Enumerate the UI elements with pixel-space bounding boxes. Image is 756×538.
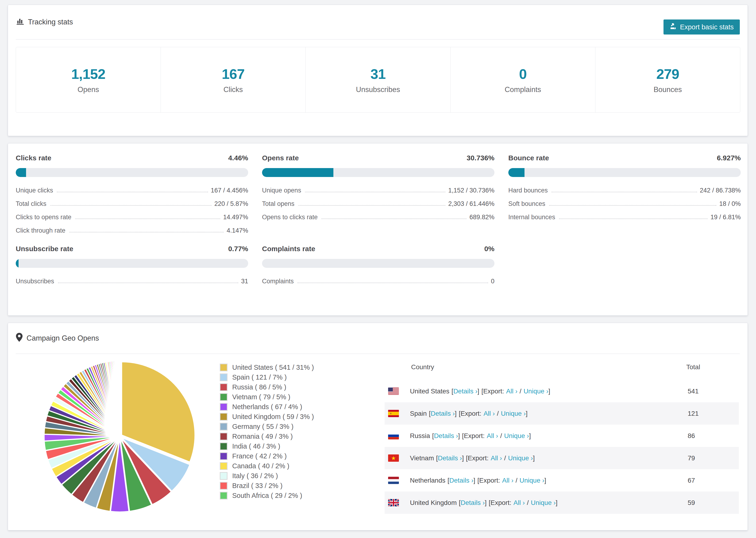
campaign-stats-page: { "tracking": { "title": "Tracking stats… — [0, 0, 756, 538]
export-unique-link[interactable]: Unique › — [519, 477, 544, 484]
metric-row: Complaints0 — [262, 272, 495, 285]
map-pin-icon — [16, 333, 23, 344]
metric-row: Unsubscribes31 — [16, 272, 248, 285]
rate-title: Unsubscribe rate — [16, 245, 73, 253]
legend-swatch — [220, 492, 228, 500]
export-unique-link[interactable]: Unique › — [504, 432, 529, 439]
export-all-link[interactable]: All › — [491, 455, 502, 462]
legend-item: Spain ( 121 / 7% ) — [220, 372, 314, 382]
opens-rate-progressbar — [262, 168, 495, 177]
metric-row: Total opens2,303 / 61.446% — [262, 194, 495, 207]
stats-summary-box: 1,152 Opens 167 Clicks 31 Unsubscribes 0… — [16, 47, 740, 113]
rate-value: 30.736% — [467, 154, 495, 162]
legend-item: South Africa ( 29 / 2% ) — [220, 491, 314, 501]
clicks-rate-block: Clicks rate4.46% Unique clicks167 / 4.45… — [16, 143, 248, 234]
panel-title: Tracking stats — [28, 18, 73, 26]
legend-swatch — [220, 443, 228, 450]
export-all-link[interactable]: All › — [502, 477, 513, 484]
export-all-link[interactable]: All › — [487, 432, 498, 439]
stat-clicks: 167 Clicks — [161, 47, 306, 112]
complaints-rate-block: Complaints rate0% Complaints0 — [262, 234, 495, 285]
stat-label: Complaints — [505, 85, 541, 94]
tracking-stats-title-row: Tracking stats — [16, 17, 73, 27]
export-unique-link[interactable]: Unique › — [531, 499, 556, 506]
header-divider — [16, 39, 740, 40]
pie-legend: United States ( 541 / 31% ) Spain ( 121 … — [220, 362, 314, 501]
export-unique-link[interactable]: Unique › — [523, 388, 549, 395]
metric-row: Internal bounces19 / 6.81% — [508, 207, 741, 221]
rate-value: 6.927% — [717, 154, 741, 162]
total-value: 86 — [688, 432, 695, 440]
table-row-netherlands: Netherlands[Details ›][Export:All ›/Uniq… — [385, 469, 739, 492]
rate-title: Clicks rate — [16, 154, 51, 162]
table-row-vietnam: Vietnam[Details ›][Export:All ›/Unique ›… — [385, 447, 739, 469]
legend-swatch — [220, 472, 228, 480]
unsubscribe-rate-block: Unsubscribe rate0.77% Unsubscribes31 — [16, 234, 248, 285]
stat-label: Clicks — [224, 85, 243, 94]
stat-value: 0 — [519, 66, 527, 82]
legend-item: Italy ( 36 / 2% ) — [220, 471, 314, 481]
export-all-link[interactable]: All › — [483, 410, 495, 417]
legend-item: Brazil ( 33 / 2% ) — [220, 481, 314, 491]
bounce-rate-progressbar — [508, 168, 741, 177]
details-link[interactable]: Details › — [449, 477, 473, 484]
metric-row: Unique clicks167 / 4.456% — [16, 181, 248, 194]
details-link[interactable]: Details › — [438, 455, 462, 462]
legend-item: Netherlands ( 67 / 4% ) — [220, 402, 314, 412]
panel-title: Campaign Geo Opens — [27, 334, 99, 343]
export-unique-link[interactable]: Unique › — [508, 455, 533, 462]
netherlands-flag-icon — [388, 477, 399, 484]
stat-bounces: 279 Bounces — [595, 47, 740, 112]
export-all-link[interactable]: All › — [513, 499, 525, 506]
legend-swatch — [220, 462, 228, 470]
details-link[interactable]: Details › — [453, 388, 477, 395]
country-column-header: Country — [411, 363, 434, 371]
details-link[interactable]: Details › — [434, 432, 458, 439]
table-header: Country Total — [385, 354, 739, 380]
total-value: 121 — [688, 410, 699, 417]
stat-value: 279 — [656, 66, 679, 82]
legend-item: Vietnam ( 79 / 5% ) — [220, 392, 314, 402]
clicks-rate-progressbar — [16, 168, 248, 177]
stat-value: 31 — [370, 66, 386, 82]
legend-swatch — [220, 364, 228, 371]
tracking-stats-header: Tracking stats Export basic stats — [8, 5, 747, 39]
legend-item: France ( 42 / 2% ) — [220, 451, 314, 461]
export-basic-stats-button[interactable]: Export basic stats — [664, 20, 740, 34]
legend-swatch — [220, 393, 228, 401]
rate-title: Bounce rate — [508, 154, 549, 162]
vietnam-flag-icon — [388, 455, 399, 462]
campaign-geo-opens-panel: Campaign Geo Opens United States ( 541 /… — [8, 323, 748, 530]
legend-swatch — [220, 452, 228, 460]
details-link[interactable]: Details › — [460, 499, 485, 506]
header-divider — [16, 353, 740, 354]
stat-value: 167 — [222, 66, 244, 82]
legend-item: Romania ( 49 / 3% ) — [220, 431, 314, 441]
united-kingdom-flag-icon — [388, 499, 399, 506]
legend-item: Canada ( 40 / 2% ) — [220, 461, 314, 471]
table-row-spain: Spain[Details ›][Export:All ›/Unique ›] … — [385, 402, 739, 425]
legend-item: India ( 46 / 3% ) — [220, 441, 314, 451]
total-value: 67 — [688, 477, 695, 484]
legend-swatch — [220, 403, 228, 411]
details-link[interactable]: Details › — [431, 410, 455, 417]
tracking-stats-panel: Tracking stats Export basic stats 1,152 … — [8, 5, 748, 136]
stat-label: Bounces — [654, 85, 682, 94]
total-column-header: Total — [686, 363, 700, 371]
legend-item: United States ( 541 / 31% ) — [220, 362, 314, 372]
legend-swatch — [220, 482, 228, 490]
export-unique-link[interactable]: Unique › — [501, 410, 526, 417]
legend-swatch — [220, 413, 228, 421]
united-states-flag-icon — [388, 388, 399, 395]
table-row-partial — [385, 514, 739, 522]
unsubscribe-rate-progressbar — [16, 259, 248, 268]
metric-row: Unique opens1,152 / 30.736% — [262, 181, 495, 194]
metric-row: Hard bounces242 / 86.738% — [508, 181, 741, 194]
metric-row: Soft bounces18 / 0% — [508, 194, 741, 207]
rate-value: 4.46% — [228, 154, 248, 162]
legend-item: Russia ( 86 / 5% ) — [220, 382, 314, 392]
export-all-link[interactable]: All › — [506, 388, 517, 395]
table-row-united-states: United States[Details ›][Export:All ›/Un… — [385, 380, 739, 402]
rate-value: 0% — [484, 245, 495, 253]
stat-label: Unsubscribes — [356, 85, 400, 94]
